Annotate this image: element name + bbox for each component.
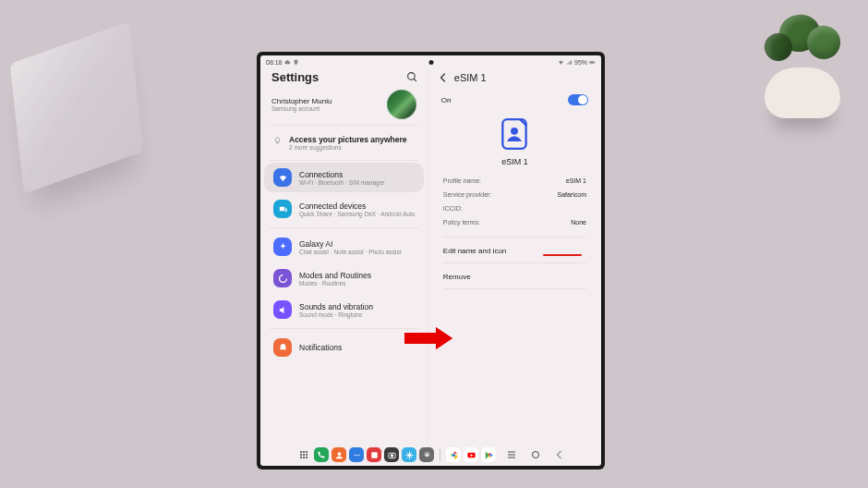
detail-row: Service provider:Safaricom [434, 188, 596, 201]
detail-row: Profile name:eSIM 1 [434, 174, 596, 188]
item-label: Sounds and vibration [299, 302, 373, 311]
status-wifi-icon [558, 59, 564, 66]
esim-detail-pane: eSIM 1 On eSIM 1 [428, 68, 601, 444]
annotation-underline [543, 254, 582, 256]
item-label: Notifications [299, 343, 342, 352]
status-signal-icon [566, 59, 573, 66]
account-avatar[interactable] [387, 90, 416, 119]
item-sub: Sound mode · Ringtone [299, 311, 373, 318]
detail-value: eSIM 1 [566, 177, 586, 184]
detail-key: Service provider: [443, 191, 492, 198]
suggestion-title: Access your pictures anywhere [289, 135, 407, 144]
taskbar-app-snow[interactable] [402, 447, 416, 462]
status-time: 08:18 [266, 59, 283, 66]
annotation-arrow [404, 327, 452, 353]
taskbar-app-settings[interactable] [419, 447, 434, 462]
front-camera [428, 60, 433, 65]
lightbulb-icon [273, 137, 282, 145]
suggestion-card[interactable]: Access your pictures anywhere 2 more sug… [260, 126, 428, 160]
detail-title: eSIM 1 [454, 72, 487, 83]
item-sub: Chat assist · Note assist · Photo assist [299, 249, 402, 255]
edit-name-icon-action[interactable]: Edit name and icon [434, 238, 596, 262]
nav-recent[interactable] [506, 449, 517, 460]
sim-toggle-label: On [441, 96, 452, 104]
taskbar-app-youtube[interactable] [464, 447, 478, 462]
svg-point-8 [354, 454, 355, 455]
ai-icon [273, 238, 292, 256]
taskbar-app-messages[interactable] [349, 447, 364, 462]
decorative-plant [746, 17, 857, 118]
item-label: Connections [299, 170, 384, 179]
item-sub: Modes · Routines [299, 280, 371, 287]
detail-key: Profile name: [443, 177, 481, 184]
svg-point-9 [356, 454, 356, 455]
svg-rect-1 [589, 61, 594, 63]
status-cloud-icon [284, 59, 291, 66]
status-location-icon [293, 59, 299, 66]
taskbar-app-playstore[interactable] [481, 447, 496, 462]
taskbar-app-camera[interactable] [384, 447, 399, 462]
svg-rect-2 [595, 61, 596, 62]
settings-item-galaxy-ai[interactable]: Galaxy AI Chat assist · Note assist · Ph… [264, 232, 424, 262]
detail-row: ICCID: [434, 201, 596, 215]
detail-row: Policy terms:None [434, 215, 596, 229]
suggestion-sub: 2 more suggestions [289, 144, 407, 151]
status-battery-icon [589, 59, 596, 66]
account-name: Christopher Muniu [271, 97, 332, 105]
detail-key: Policy terms: [443, 219, 480, 226]
settings-item-modes-and-routines[interactable]: Modes and Routines Modes · Routines [264, 263, 424, 293]
item-sub: Quick Share · Samsung DeX · Android Auto [299, 211, 415, 217]
svg-line-4 [414, 79, 416, 81]
svg-point-10 [358, 454, 359, 455]
sound-icon [273, 300, 292, 319]
item-label: Modes and Routines [299, 271, 371, 280]
account-row[interactable]: Christopher Muniu Samsung account [260, 86, 428, 125]
wifi-icon [273, 168, 292, 187]
detail-value: Safaricom [557, 191, 586, 198]
account-sub: Samsung account [271, 105, 332, 112]
taskbar-app-contacts[interactable] [332, 447, 346, 462]
svg-point-12 [390, 454, 393, 458]
settings-master-pane: Settings Christopher Muniu Samsung accou… [260, 68, 428, 444]
settings-item-connections[interactable]: Connections Wi-Fi · Bluetooth · SIM mana… [264, 163, 424, 192]
devices-icon [273, 200, 292, 218]
svg-point-6 [511, 128, 518, 135]
detail-value: None [571, 219, 586, 226]
svg-point-21 [533, 452, 539, 458]
settings-item-sounds-and-vibration[interactable]: Sounds and vibration Sound mode · Ringto… [264, 295, 424, 324]
settings-item-connected-devices[interactable]: Connected devices Quick Share · Samsung … [264, 194, 424, 224]
taskbar-app-gallery[interactable] [367, 447, 381, 462]
taskbar-app-chrome[interactable] [446, 447, 461, 462]
nav-home[interactable] [530, 449, 541, 460]
routines-icon [273, 269, 292, 287]
search-icon[interactable] [406, 71, 418, 83]
svg-rect-11 [371, 452, 377, 458]
item-label: Connected devices [299, 201, 415, 211]
notif-icon [273, 338, 292, 357]
app-drawer-button[interactable] [296, 447, 311, 462]
item-sub: Wi-Fi · Bluetooth · SIM manager [299, 179, 384, 186]
svg-point-3 [407, 73, 415, 80]
taskbar [260, 444, 601, 466]
settings-title: Settings [271, 70, 319, 84]
remove-action[interactable]: Remove [434, 263, 596, 288]
detail-key: ICCID: [443, 205, 463, 212]
decorative-glass-cube [10, 21, 143, 193]
svg-point-7 [337, 452, 341, 456]
nav-back[interactable] [554, 449, 565, 460]
taskbar-app-phone[interactable] [314, 447, 329, 462]
back-icon[interactable] [438, 72, 449, 83]
sim-card-icon [497, 116, 532, 152]
status-battery-pct: 95% [574, 59, 587, 66]
sim-toggle[interactable] [568, 94, 588, 105]
sim-name: eSIM 1 [501, 157, 528, 166]
sim-toggle-row[interactable]: On [434, 89, 596, 111]
item-label: Galaxy AI [299, 239, 402, 249]
device-frame: 08:18 95% Settings Christopher [257, 52, 605, 470]
settings-item-notifications[interactable]: Notifications [264, 333, 424, 362]
